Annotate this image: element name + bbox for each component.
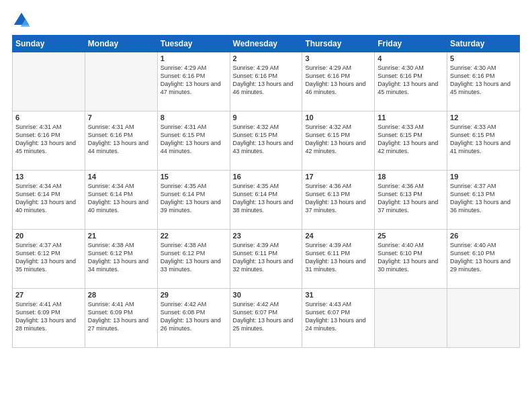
- day-info: Sunrise: 4:35 AM Sunset: 6:14 PM Dayligh…: [161, 182, 227, 215]
- calendar-cell: 19Sunrise: 4:37 AM Sunset: 6:13 PM Dayli…: [447, 171, 520, 230]
- day-info: Sunrise: 4:34 AM Sunset: 6:14 PM Dayligh…: [88, 182, 154, 215]
- day-info: Sunrise: 4:36 AM Sunset: 6:13 PM Dayligh…: [378, 182, 444, 215]
- calendar-cell: [13, 52, 85, 111]
- week-row-1: 1Sunrise: 4:29 AM Sunset: 6:16 PM Daylig…: [13, 52, 520, 111]
- calendar-cell: 3Sunrise: 4:29 AM Sunset: 6:16 PM Daylig…: [302, 52, 375, 111]
- day-info: Sunrise: 4:40 AM Sunset: 6:10 PM Dayligh…: [450, 241, 517, 274]
- day-info: Sunrise: 4:30 AM Sunset: 6:16 PM Dayligh…: [450, 64, 517, 97]
- day-info: Sunrise: 4:34 AM Sunset: 6:14 PM Dayligh…: [15, 182, 82, 215]
- day-number: 2: [233, 54, 300, 62]
- day-number: 14: [88, 173, 154, 181]
- day-info: Sunrise: 4:39 AM Sunset: 6:11 PM Dayligh…: [233, 241, 300, 274]
- weekday-header-friday: Friday: [375, 36, 447, 52]
- calendar-cell: 22Sunrise: 4:38 AM Sunset: 6:12 PM Dayli…: [157, 230, 230, 289]
- day-info: Sunrise: 4:33 AM Sunset: 6:15 PM Dayligh…: [450, 123, 517, 156]
- day-info: Sunrise: 4:37 AM Sunset: 6:13 PM Dayligh…: [450, 182, 517, 215]
- day-info: Sunrise: 4:38 AM Sunset: 6:12 PM Dayligh…: [88, 241, 154, 274]
- calendar-cell: 29Sunrise: 4:42 AM Sunset: 6:08 PM Dayli…: [157, 289, 230, 348]
- day-info: Sunrise: 4:38 AM Sunset: 6:12 PM Dayligh…: [161, 241, 227, 274]
- day-number: 15: [161, 173, 227, 181]
- day-number: 24: [305, 232, 371, 240]
- day-info: Sunrise: 4:31 AM Sunset: 6:16 PM Dayligh…: [15, 123, 82, 156]
- day-info: Sunrise: 4:39 AM Sunset: 6:11 PM Dayligh…: [305, 241, 371, 274]
- day-info: Sunrise: 4:40 AM Sunset: 6:10 PM Dayligh…: [378, 241, 444, 274]
- logo: [12, 11, 32, 30]
- weekday-header-saturday: Saturday: [447, 36, 520, 52]
- week-row-2: 6Sunrise: 4:31 AM Sunset: 6:16 PM Daylig…: [13, 111, 520, 171]
- day-number: 13: [15, 173, 82, 181]
- day-info: Sunrise: 4:31 AM Sunset: 6:15 PM Dayligh…: [161, 123, 227, 156]
- weekday-header-thursday: Thursday: [302, 36, 375, 52]
- weekday-header-wednesday: Wednesday: [230, 36, 302, 52]
- calendar-cell: 23Sunrise: 4:39 AM Sunset: 6:11 PM Dayli…: [230, 230, 302, 289]
- day-number: 9: [233, 113, 300, 122]
- header: [12, 11, 520, 30]
- day-number: 16: [233, 173, 300, 181]
- day-number: 21: [88, 232, 154, 240]
- day-info: Sunrise: 4:35 AM Sunset: 6:14 PM Dayligh…: [233, 182, 300, 215]
- day-number: 23: [233, 232, 300, 240]
- day-info: Sunrise: 4:29 AM Sunset: 6:16 PM Dayligh…: [233, 64, 300, 97]
- calendar-cell: 5Sunrise: 4:30 AM Sunset: 6:16 PM Daylig…: [447, 52, 520, 111]
- calendar-cell: 13Sunrise: 4:34 AM Sunset: 6:14 PM Dayli…: [13, 171, 85, 230]
- calendar-cell: [375, 289, 447, 348]
- day-number: 12: [450, 113, 517, 122]
- day-number: 22: [161, 232, 227, 240]
- day-info: Sunrise: 4:41 AM Sunset: 6:09 PM Dayligh…: [15, 300, 82, 333]
- day-info: Sunrise: 4:42 AM Sunset: 6:07 PM Dayligh…: [233, 300, 300, 333]
- calendar-cell: 21Sunrise: 4:38 AM Sunset: 6:12 PM Dayli…: [85, 230, 157, 289]
- calendar-cell: 25Sunrise: 4:40 AM Sunset: 6:10 PM Dayli…: [375, 230, 447, 289]
- calendar-cell: 8Sunrise: 4:31 AM Sunset: 6:15 PM Daylig…: [157, 111, 230, 171]
- calendar-cell: 1Sunrise: 4:29 AM Sunset: 6:16 PM Daylig…: [157, 52, 230, 111]
- day-number: 8: [161, 113, 227, 122]
- calendar-cell: 10Sunrise: 4:32 AM Sunset: 6:15 PM Dayli…: [302, 111, 375, 171]
- calendar-cell: 17Sunrise: 4:36 AM Sunset: 6:13 PM Dayli…: [302, 171, 375, 230]
- day-number: 10: [305, 113, 371, 122]
- day-info: Sunrise: 4:42 AM Sunset: 6:08 PM Dayligh…: [161, 300, 227, 333]
- calendar-cell: 30Sunrise: 4:42 AM Sunset: 6:07 PM Dayli…: [230, 289, 302, 348]
- calendar-cell: 26Sunrise: 4:40 AM Sunset: 6:10 PM Dayli…: [447, 230, 520, 289]
- calendar-cell: 12Sunrise: 4:33 AM Sunset: 6:15 PM Dayli…: [447, 111, 520, 171]
- weekday-header-monday: Monday: [85, 36, 157, 52]
- week-row-5: 27Sunrise: 4:41 AM Sunset: 6:09 PM Dayli…: [13, 289, 520, 348]
- day-number: 29: [161, 291, 227, 299]
- day-number: 5: [450, 54, 517, 62]
- calendar-cell: 28Sunrise: 4:41 AM Sunset: 6:09 PM Dayli…: [85, 289, 157, 348]
- week-row-4: 20Sunrise: 4:37 AM Sunset: 6:12 PM Dayli…: [13, 230, 520, 289]
- day-info: Sunrise: 4:37 AM Sunset: 6:12 PM Dayligh…: [15, 241, 82, 274]
- calendar-cell: 11Sunrise: 4:33 AM Sunset: 6:15 PM Dayli…: [375, 111, 447, 171]
- calendar-cell: 6Sunrise: 4:31 AM Sunset: 6:16 PM Daylig…: [13, 111, 85, 171]
- day-number: 26: [450, 232, 517, 240]
- day-number: 6: [15, 113, 82, 122]
- day-number: 17: [305, 173, 371, 181]
- page: SundayMondayTuesdayWednesdayThursdayFrid…: [0, 0, 532, 411]
- day-number: 11: [378, 113, 444, 122]
- week-row-3: 13Sunrise: 4:34 AM Sunset: 6:14 PM Dayli…: [13, 171, 520, 230]
- day-number: 1: [161, 54, 227, 62]
- day-info: Sunrise: 4:41 AM Sunset: 6:09 PM Dayligh…: [88, 300, 154, 333]
- calendar-cell: 18Sunrise: 4:36 AM Sunset: 6:13 PM Dayli…: [375, 171, 447, 230]
- day-info: Sunrise: 4:29 AM Sunset: 6:16 PM Dayligh…: [161, 64, 227, 97]
- calendar-cell: [447, 289, 520, 348]
- calendar-cell: 4Sunrise: 4:30 AM Sunset: 6:16 PM Daylig…: [375, 52, 447, 111]
- calendar-cell: 16Sunrise: 4:35 AM Sunset: 6:14 PM Dayli…: [230, 171, 302, 230]
- calendar-cell: [85, 52, 157, 111]
- day-number: 18: [378, 173, 444, 181]
- day-info: Sunrise: 4:31 AM Sunset: 6:16 PM Dayligh…: [88, 123, 154, 156]
- weekday-header-row: SundayMondayTuesdayWednesdayThursdayFrid…: [13, 36, 520, 52]
- weekday-header-tuesday: Tuesday: [157, 36, 230, 52]
- day-info: Sunrise: 4:29 AM Sunset: 6:16 PM Dayligh…: [305, 64, 371, 97]
- day-number: 27: [15, 291, 82, 299]
- weekday-header-sunday: Sunday: [13, 36, 85, 52]
- calendar-cell: 2Sunrise: 4:29 AM Sunset: 6:16 PM Daylig…: [230, 52, 302, 111]
- day-info: Sunrise: 4:33 AM Sunset: 6:15 PM Dayligh…: [378, 123, 444, 156]
- day-info: Sunrise: 4:43 AM Sunset: 6:07 PM Dayligh…: [305, 300, 371, 333]
- day-info: Sunrise: 4:32 AM Sunset: 6:15 PM Dayligh…: [233, 123, 300, 156]
- calendar-cell: 7Sunrise: 4:31 AM Sunset: 6:16 PM Daylig…: [85, 111, 157, 171]
- day-info: Sunrise: 4:30 AM Sunset: 6:16 PM Dayligh…: [378, 64, 444, 97]
- day-number: 7: [88, 113, 154, 122]
- calendar-cell: 14Sunrise: 4:34 AM Sunset: 6:14 PM Dayli…: [85, 171, 157, 230]
- day-number: 19: [450, 173, 517, 181]
- day-number: 31: [305, 291, 371, 299]
- calendar-cell: 20Sunrise: 4:37 AM Sunset: 6:12 PM Dayli…: [13, 230, 85, 289]
